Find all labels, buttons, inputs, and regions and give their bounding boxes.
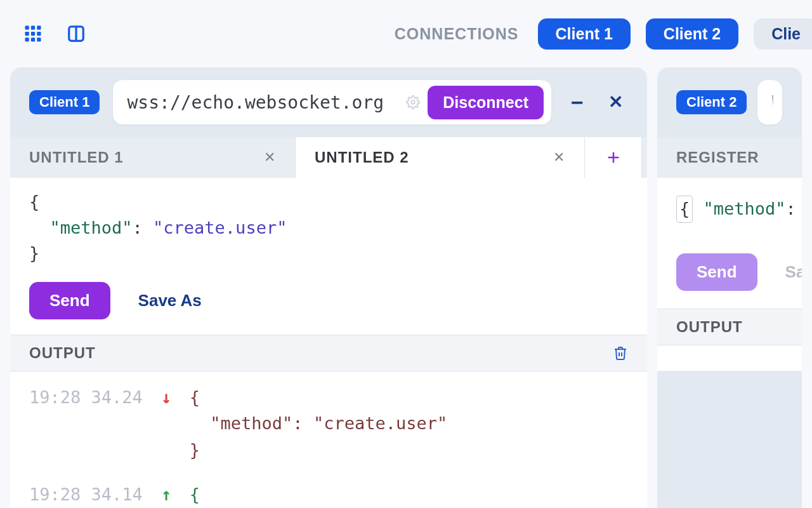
output-log [657, 345, 802, 371]
close-icon[interactable]: ✕ [553, 149, 565, 166]
tab-register[interactable]: REGISTER [657, 137, 802, 178]
trash-icon[interactable] [613, 345, 628, 361]
url-box: Disconnect [112, 79, 552, 125]
client-panel-2: Client 2 REGISTER { "method": " Send Sa … [657, 67, 802, 508]
connections-label: CONNECTIONS [395, 25, 519, 43]
minimize-button[interactable]: − [565, 91, 590, 113]
tabs-row: UNTITLED 1 ✕ UNTITLED 2 ✕ [10, 137, 647, 178]
code-block: { "method": " [676, 196, 783, 223]
close-icon[interactable]: ✕ [264, 149, 276, 166]
connection-pill-client-3[interactable]: Clie [754, 18, 812, 50]
send-button[interactable]: Send [676, 253, 757, 291]
svg-rect-6 [25, 37, 29, 41]
editor-actions: Send Sa [676, 253, 783, 291]
output-label: OUTPUT [29, 344, 96, 362]
save-as-button[interactable]: Save As [138, 291, 202, 311]
save-as-button[interactable]: Sa [785, 262, 802, 282]
grid-icon[interactable] [19, 20, 47, 48]
send-button[interactable]: Send [29, 282, 110, 319]
output-header: OUTPUT [657, 309, 802, 345]
svg-rect-3 [25, 32, 29, 36]
log-body: { "method": "create.user" } [190, 384, 447, 464]
output-log: 19:28 34.24 ↓ { "method": "create.user" … [10, 371, 647, 509]
url-box [757, 79, 783, 125]
svg-rect-0 [25, 26, 29, 30]
svg-rect-1 [31, 26, 35, 30]
client-badge: Client 1 [29, 90, 100, 114]
code-block: { "method": "create.user" } [29, 189, 628, 267]
close-button[interactable]: ✕ [603, 93, 628, 111]
tab-untitled-2[interactable]: UNTITLED 2 ✕ [296, 137, 585, 178]
svg-rect-2 [37, 26, 41, 30]
panels-row: Client 1 Disconnect − ✕ UNTITLED 1 ✕ UNT… [0, 67, 812, 508]
tab-label: UNTITLED 1 [29, 149, 124, 166]
log-timestamp: 19:28 34.24 [29, 384, 143, 464]
panel-header: Client 2 [657, 67, 802, 137]
disconnect-button[interactable]: Disconnect [428, 86, 544, 119]
log-body: { "method": "create.user" [190, 481, 447, 508]
topbar: CONNECTIONS Client 1 Client 2 Clie [0, 0, 812, 67]
tab-untitled-1[interactable]: UNTITLED 1 ✕ [10, 137, 296, 178]
output-header: OUTPUT [10, 335, 647, 371]
url-input[interactable] [770, 91, 775, 114]
connection-pill-client-1[interactable]: Client 1 [538, 18, 631, 50]
arrow-up-icon: ↑ [158, 481, 174, 508]
connection-pill-client-2[interactable]: Client 2 [646, 18, 738, 50]
panel-header: Client 1 Disconnect − ✕ [10, 67, 647, 137]
log-entry: 19:28 34.14 ↑ { "method": "create.user" [29, 481, 628, 508]
svg-point-11 [411, 100, 415, 104]
editor-area[interactable]: { "method": " Send Sa [657, 178, 802, 309]
output-label: OUTPUT [676, 318, 743, 336]
log-timestamp: 19:28 34.14 [29, 481, 143, 508]
svg-rect-7 [31, 37, 35, 41]
gear-icon[interactable] [406, 95, 420, 109]
tab-label: REGISTER [676, 149, 759, 166]
client-badge: Client 2 [676, 90, 747, 114]
log-entry: 19:28 34.24 ↓ { "method": "create.user" … [29, 384, 628, 464]
tab-label: UNTITLED 2 [315, 149, 409, 166]
url-input[interactable] [126, 91, 398, 114]
svg-rect-4 [31, 32, 35, 36]
svg-rect-8 [37, 37, 41, 41]
tabs-row: REGISTER [657, 137, 802, 178]
editor-actions: Send Save As [29, 282, 628, 319]
add-tab-button[interactable] [585, 137, 642, 178]
split-columns-icon[interactable] [62, 20, 90, 48]
svg-rect-5 [37, 32, 41, 36]
arrow-down-icon: ↓ [158, 384, 174, 464]
client-panel-1: Client 1 Disconnect − ✕ UNTITLED 1 ✕ UNT… [10, 67, 647, 508]
editor-area[interactable]: { "method": "create.user" } Send Save As [10, 178, 647, 335]
